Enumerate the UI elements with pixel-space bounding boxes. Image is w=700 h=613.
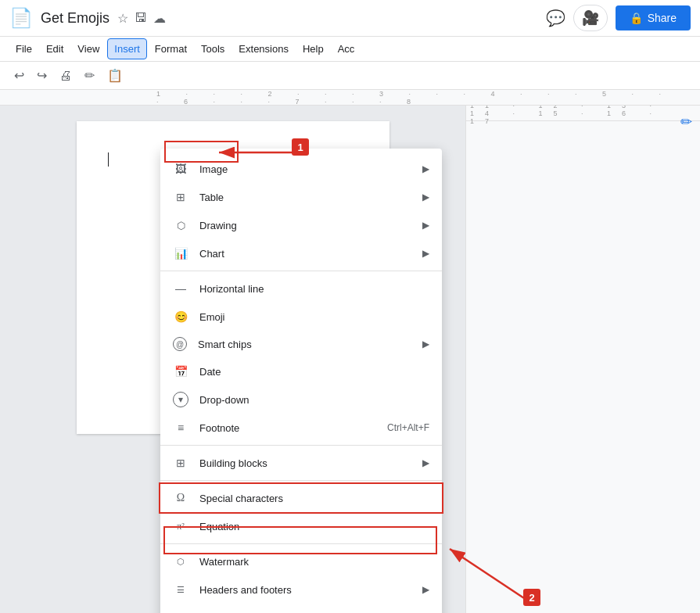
menu-insert[interactable]: Insert (107, 38, 147, 59)
right-panel: 11 · 12 · 13 · 14 · 15 · 16 · 17 ✏ (465, 106, 700, 613)
cloud-icon[interactable]: ☁ (153, 11, 166, 26)
page-numbers-icon: # (173, 610, 188, 613)
menu-help[interactable]: Help (296, 39, 330, 59)
share-label: Share (648, 12, 677, 24)
doc-title: Get Emojis (41, 10, 109, 27)
annotation-box-1 (164, 141, 239, 163)
watermark-icon: ⬡ (173, 554, 188, 569)
edit-button[interactable]: ✏ (680, 113, 692, 131)
footnote-icon: ≡ (173, 420, 188, 436)
top-right-actions: 💬 🎥 🔒 Share (546, 5, 691, 31)
meet-button[interactable]: 🎥 (573, 5, 608, 31)
main-area: 11 · 12 · 13 · 14 · 15 · 16 · 17 ✏ 🖼 Ima… (0, 106, 700, 613)
menu-file[interactable]: File (9, 39, 38, 59)
menu-section-3: ⊞ Building blocks ▶ (160, 446, 442, 481)
menu-item-drawing[interactable]: ⬡ Drawing ▶ (160, 211, 442, 239)
drive-icon[interactable]: 🖫 (135, 11, 147, 25)
chart-arrow: ▶ (422, 248, 429, 259)
menu-item-chart[interactable]: 📊 Chart ▶ (160, 239, 442, 267)
menu-format[interactable]: Format (149, 39, 193, 59)
menu-section-2: — Horizontal line 😊 Emoji @ Smart chips … (160, 271, 442, 446)
menu-item-footnote[interactable]: ≡ Footnote Ctrl+Alt+F (160, 414, 442, 442)
headers-footers-label: Headers and footers (199, 584, 411, 596)
annotation-num-2: 2 (523, 589, 540, 606)
menu-item-smart-chips[interactable]: @ Smart chips ▶ (160, 331, 442, 357)
menu-item-date[interactable]: 📅 Date (160, 357, 442, 385)
drawing-icon: ⬡ (173, 217, 188, 233)
menu-item-headers-footers[interactable]: ☰ Headers and footers ▶ (160, 575, 442, 604)
image-label: Image (199, 163, 411, 175)
smart-chips-arrow: ▶ (422, 339, 429, 350)
toolbar: ↩ ↪ 🖨 ✏ 📋 (0, 62, 700, 90)
annotation-box-2 (163, 526, 437, 554)
menu-acc[interactable]: Acc (332, 39, 361, 59)
building-blocks-label: Building blocks (199, 457, 411, 469)
special-characters-label: Special characters (199, 493, 429, 504)
drawing-arrow: ▶ (422, 220, 429, 231)
smart-chips-label: Smart chips (198, 339, 411, 350)
menu-edit[interactable]: Edit (40, 39, 70, 59)
menu-tools[interactable]: Tools (195, 39, 231, 59)
horizontal-line-label: Horizontal line (199, 283, 429, 295)
watermark-label: Watermark (199, 556, 429, 568)
table-icon: ⊞ (173, 189, 188, 205)
table-label: Table (199, 192, 411, 203)
image-icon: 🖼 (173, 161, 188, 177)
text-cursor (108, 152, 109, 167)
special-characters-icon: Ω (173, 490, 188, 506)
menu-section-1: 🖼 Image ▶ ⊞ Table ▶ ⬡ Drawing ▶ 📊 Chart … (160, 152, 442, 271)
menu-bar: File Edit View Insert Format Tools Exten… (0, 37, 700, 62)
meet-icon: 🎥 (582, 9, 599, 27)
dropdown-label: Drop-down (199, 394, 429, 406)
menu-item-emoji[interactable]: 😊 Emoji (160, 303, 442, 331)
title-icons: ☆ 🖫 ☁ (117, 11, 166, 26)
annotation-num-1: 1 (292, 138, 309, 156)
menu-view[interactable]: View (71, 39, 106, 59)
print-button[interactable]: 🖨 (55, 66, 77, 86)
date-icon: 📅 (173, 364, 188, 379)
table-arrow: ▶ (422, 192, 429, 203)
menu-item-horizontal-line[interactable]: — Horizontal line (160, 274, 442, 303)
dropdown-icon: ▾ (173, 392, 188, 407)
docs-icon: 📄 (9, 7, 33, 29)
undo-button[interactable]: ↩ (9, 65, 29, 86)
building-blocks-arrow: ▶ (422, 457, 429, 468)
chart-label: Chart (199, 248, 411, 260)
footnote-label: Footnote (199, 422, 376, 434)
redo-button[interactable]: ↪ (32, 65, 52, 86)
lock-icon: 🔒 (630, 12, 643, 24)
headers-footers-icon: ☰ (173, 582, 188, 597)
footnote-shortcut: Ctrl+Alt+F (387, 422, 429, 433)
menu-item-building-blocks[interactable]: ⊞ Building blocks ▶ (160, 449, 442, 477)
drawing-label: Drawing (199, 220, 411, 231)
ruler: 1 · · · 2 · · · 3 · · · 4 · · · 5 · · · … (0, 90, 700, 106)
smart-chips-icon: @ (173, 337, 187, 351)
image-arrow: ▶ (422, 163, 429, 174)
headers-footers-arrow: ▶ (422, 584, 429, 595)
menu-section-5: ⬡ Watermark ☰ Headers and footers ▶ # Pa… (160, 544, 442, 613)
chart-icon: 📊 (173, 246, 188, 261)
building-blocks-icon: ⊞ (173, 455, 188, 471)
menu-extensions[interactable]: Extensions (232, 39, 295, 59)
paint-format-button[interactable]: ✏ (80, 65, 99, 86)
menu-item-special-characters[interactable]: Ω Special characters (160, 484, 442, 512)
chat-button[interactable]: 💬 (546, 9, 565, 27)
copy-format-button[interactable]: 📋 (102, 65, 127, 86)
top-bar: 📄 Get Emojis ☆ 🖫 ☁ 💬 🎥 🔒 Share (0, 0, 700, 37)
horizontal-line-icon: — (173, 281, 188, 296)
share-button[interactable]: 🔒 Share (616, 5, 691, 30)
emoji-icon: 😊 (173, 309, 188, 324)
emoji-label: Emoji (199, 311, 429, 323)
menu-item-dropdown[interactable]: ▾ Drop-down (160, 385, 442, 414)
right-ruler: 11 · 12 · 13 · 14 · 15 · 16 · 17 (466, 106, 700, 121)
star-icon[interactable]: ☆ (117, 11, 128, 26)
ruler-marks: 1 · · · 2 · · · 3 · · · 4 · · · 5 · · · … (0, 90, 700, 106)
date-label: Date (199, 366, 429, 378)
menu-item-table[interactable]: ⊞ Table ▶ (160, 183, 442, 211)
menu-item-page-numbers[interactable]: # Page numbers ▶ (160, 604, 442, 613)
